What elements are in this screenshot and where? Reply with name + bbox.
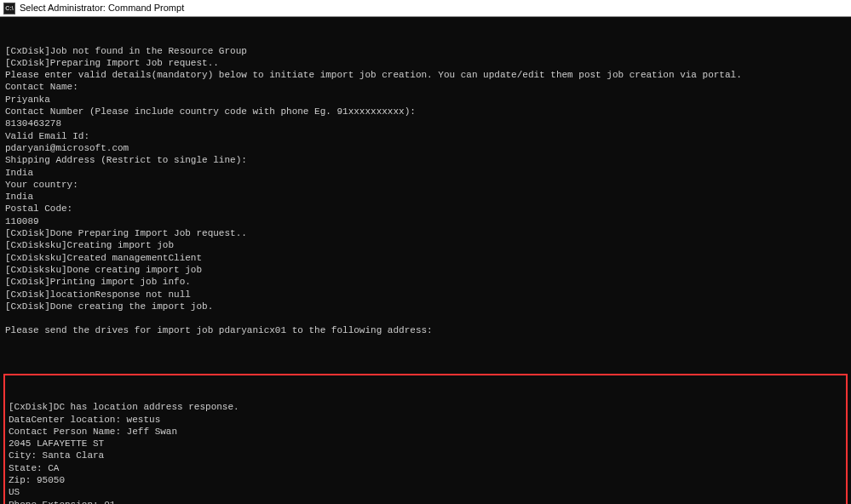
terminal-line: Please enter valid details(mandatory) be…	[5, 69, 846, 81]
terminal-line: Postal Code:	[5, 203, 846, 215]
terminal-line: 110089	[5, 215, 846, 227]
terminal-line: [CxDisk]Job not found in the Resource Gr…	[5, 45, 846, 57]
terminal-line: 2045 LAFAYETTE ST	[9, 438, 842, 450]
terminal-line: Valid Email Id:	[5, 130, 846, 142]
terminal-line: [CxDisk]locationResponse not null	[5, 289, 846, 301]
terminal-output: [CxDisk]Job not found in the Resource Gr…	[0, 17, 851, 504]
terminal-line: [CxDisksku]Done creating import job	[5, 264, 846, 276]
terminal-line: India	[5, 191, 846, 203]
terminal-line: Contact Name:	[5, 81, 846, 93]
terminal-line: [CxDisk]Preparing Import Job request..	[5, 57, 846, 69]
terminal-line: India	[5, 167, 846, 179]
terminal-line: US	[9, 486, 842, 498]
terminal-line: State: CA	[9, 462, 842, 474]
terminal-line: [CxDisksku]Creating import job	[5, 239, 846, 251]
terminal-line: pdaryani@microsoft.com	[5, 142, 846, 154]
terminal-boxed-section: [CxDisk]DC has location address response…	[9, 401, 842, 504]
cmd-icon: C:\	[3, 3, 15, 14]
highlighted-output-box: [CxDisk]DC has location address response…	[3, 374, 848, 504]
terminal-line: 8130463278	[5, 117, 846, 129]
terminal-top-section: [CxDisk]Job not found in the Resource Gr…	[5, 45, 846, 349]
window-title-bar[interactable]: C:\ Select Administrator: Command Prompt	[0, 0, 851, 17]
terminal-line: Zip: 95050	[9, 474, 842, 486]
terminal-line: [CxDisk]Done Preparing Import Job reques…	[5, 227, 846, 239]
terminal-line: [CxDisk]Done creating the import job.	[5, 301, 846, 312]
terminal-line: [CxDisk]DC has location address response…	[9, 401, 842, 413]
terminal-line: City: Santa Clara	[9, 450, 842, 461]
terminal-line: DataCenter location: westus	[9, 414, 842, 426]
terminal-line: Phone Extension: 01	[9, 499, 842, 504]
terminal-line	[5, 337, 846, 349]
terminal-line: Priyanka	[5, 94, 846, 106]
terminal-line: Your country:	[5, 179, 846, 191]
terminal-line	[5, 312, 846, 324]
terminal-line: [CxDisk]Printing import job info.	[5, 276, 846, 288]
terminal-line: Contact Person Name: Jeff Swan	[9, 426, 842, 438]
terminal-line: [CxDisksku]Created managementClient	[5, 252, 846, 264]
terminal-line: Please send the drives for import job pd…	[5, 324, 846, 336]
window-title: Select Administrator: Command Prompt	[20, 2, 184, 14]
terminal-line: Contact Number (Please include country c…	[5, 106, 846, 117]
terminal-line: Shipping Address (Restrict to single lin…	[5, 154, 846, 166]
